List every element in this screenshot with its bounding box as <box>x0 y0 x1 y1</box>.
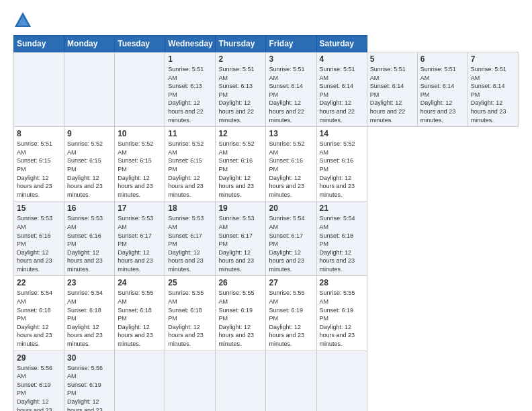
cell-day-number: 16 <box>67 203 112 213</box>
calendar-cell: 9Sunrise: 5:52 AMSunset: 6:15 PMDaylight… <box>64 127 115 201</box>
cell-day-number: 1 <box>168 54 212 64</box>
calendar-cell: 19Sunrise: 5:53 AMSunset: 6:17 PMDayligh… <box>216 201 266 276</box>
calendar-cell <box>115 351 165 411</box>
cell-day-number: 11 <box>168 129 212 138</box>
cell-info: Sunrise: 5:51 AMSunset: 6:14 PMDaylight:… <box>420 65 465 124</box>
col-header-friday: Friday <box>266 36 316 52</box>
calendar-cell <box>115 52 165 127</box>
cell-day-number: 12 <box>218 129 263 138</box>
cell-info: Sunrise: 5:54 AMSunset: 6:18 PMDaylight:… <box>320 214 364 273</box>
cell-info: Sunrise: 5:55 AMSunset: 6:19 PMDaylight:… <box>218 289 263 348</box>
calendar-week-row: 22Sunrise: 5:54 AMSunset: 6:18 PMDayligh… <box>14 276 519 351</box>
cell-info: Sunrise: 5:54 AMSunset: 6:18 PMDaylight:… <box>17 289 61 348</box>
calendar-cell <box>266 351 316 411</box>
calendar-week-row: 8Sunrise: 5:51 AMSunset: 6:15 PMDaylight… <box>14 127 519 201</box>
col-header-monday: Monday <box>64 36 115 52</box>
cell-day-number: 18 <box>168 203 212 213</box>
cell-day-number: 25 <box>168 278 212 287</box>
calendar-cell: 27Sunrise: 5:55 AMSunset: 6:19 PMDayligh… <box>266 276 316 351</box>
cell-day-number: 6 <box>420 54 465 64</box>
calendar-week-row: 1Sunrise: 5:51 AMSunset: 6:13 PMDaylight… <box>14 52 519 127</box>
cell-info: Sunrise: 5:53 AMSunset: 6:17 PMDaylight:… <box>218 214 263 273</box>
cell-info: Sunrise: 5:55 AMSunset: 6:18 PMDaylight:… <box>118 289 162 348</box>
col-header-thursday: Thursday <box>216 36 266 52</box>
cell-info: Sunrise: 5:52 AMSunset: 6:15 PMDaylight:… <box>118 140 162 199</box>
calendar-cell: 3Sunrise: 5:51 AMSunset: 6:14 PMDaylight… <box>266 52 316 127</box>
cell-day-number: 13 <box>269 129 313 138</box>
cell-info: Sunrise: 5:51 AMSunset: 6:14 PMDaylight:… <box>320 65 364 124</box>
calendar-week-row: 29Sunrise: 5:56 AMSunset: 6:19 PMDayligh… <box>14 351 519 411</box>
calendar-cell: 17Sunrise: 5:53 AMSunset: 6:17 PMDayligh… <box>115 201 165 276</box>
col-header-wednesday: Wednesday <box>165 36 216 52</box>
cell-info: Sunrise: 5:53 AMSunset: 6:16 PMDaylight:… <box>17 214 61 273</box>
calendar-cell: 8Sunrise: 5:51 AMSunset: 6:15 PMDaylight… <box>14 127 64 201</box>
calendar-cell: 30Sunrise: 5:56 AMSunset: 6:19 PMDayligh… <box>64 351 115 411</box>
cell-info: Sunrise: 5:51 AMSunset: 6:14 PMDaylight:… <box>269 65 313 124</box>
calendar-cell: 11Sunrise: 5:52 AMSunset: 6:15 PMDayligh… <box>165 127 216 201</box>
calendar-cell <box>216 351 266 411</box>
cell-day-number: 10 <box>118 129 162 138</box>
cell-day-number: 3 <box>269 54 313 64</box>
cell-info: Sunrise: 5:55 AMSunset: 6:18 PMDaylight:… <box>168 289 212 348</box>
calendar-cell: 15Sunrise: 5:53 AMSunset: 6:16 PMDayligh… <box>14 201 64 276</box>
calendar-cell: 22Sunrise: 5:54 AMSunset: 6:18 PMDayligh… <box>14 276 64 351</box>
cell-info: Sunrise: 5:55 AMSunset: 6:19 PMDaylight:… <box>320 289 364 348</box>
calendar-cell: 23Sunrise: 5:54 AMSunset: 6:18 PMDayligh… <box>64 276 115 351</box>
cell-day-number: 2 <box>218 54 263 64</box>
cell-day-number: 29 <box>17 353 61 363</box>
calendar-table: SundayMondayTuesdayWednesdayThursdayFrid… <box>13 35 519 411</box>
calendar-cell: 20Sunrise: 5:54 AMSunset: 6:17 PMDayligh… <box>266 201 316 276</box>
cell-day-number: 22 <box>17 278 61 287</box>
cell-info: Sunrise: 5:51 AMSunset: 6:15 PMDaylight:… <box>17 140 61 199</box>
cell-day-number: 30 <box>67 353 112 363</box>
calendar-cell: 6Sunrise: 5:51 AMSunset: 6:14 PMDaylight… <box>417 52 468 127</box>
calendar-cell: 10Sunrise: 5:52 AMSunset: 6:15 PMDayligh… <box>115 127 165 201</box>
calendar-cell: 21Sunrise: 5:54 AMSunset: 6:18 PMDayligh… <box>316 201 367 276</box>
calendar-cell: 7Sunrise: 5:51 AMSunset: 6:14 PMDaylight… <box>468 52 518 127</box>
cell-info: Sunrise: 5:52 AMSunset: 6:15 PMDaylight:… <box>168 140 212 199</box>
cell-day-number: 27 <box>269 278 313 287</box>
col-header-tuesday: Tuesday <box>115 36 165 52</box>
cell-day-number: 21 <box>320 203 364 213</box>
cell-day-number: 23 <box>67 278 112 287</box>
header <box>13 11 519 30</box>
cell-info: Sunrise: 5:56 AMSunset: 6:19 PMDaylight:… <box>67 364 112 411</box>
cell-day-number: 19 <box>218 203 263 213</box>
calendar-cell <box>64 52 115 127</box>
cell-day-number: 20 <box>269 203 313 213</box>
calendar-cell <box>14 52 64 127</box>
calendar-cell: 18Sunrise: 5:53 AMSunset: 6:17 PMDayligh… <box>165 201 216 276</box>
cell-info: Sunrise: 5:52 AMSunset: 6:16 PMDaylight:… <box>269 140 313 199</box>
calendar-cell: 5Sunrise: 5:51 AMSunset: 6:14 PMDaylight… <box>367 52 417 127</box>
cell-info: Sunrise: 5:52 AMSunset: 6:15 PMDaylight:… <box>67 140 112 199</box>
cell-day-number: 15 <box>17 203 61 213</box>
cell-day-number: 9 <box>67 129 112 138</box>
calendar-cell: 28Sunrise: 5:55 AMSunset: 6:19 PMDayligh… <box>316 276 367 351</box>
col-header-saturday: Saturday <box>316 36 367 52</box>
cell-info: Sunrise: 5:51 AMSunset: 6:14 PMDaylight:… <box>370 65 414 124</box>
cell-info: Sunrise: 5:54 AMSunset: 6:17 PMDaylight:… <box>269 214 313 273</box>
cell-info: Sunrise: 5:52 AMSunset: 6:16 PMDaylight:… <box>218 140 263 199</box>
cell-day-number: 28 <box>320 278 364 287</box>
calendar-cell: 24Sunrise: 5:55 AMSunset: 6:18 PMDayligh… <box>115 276 165 351</box>
calendar-cell <box>316 351 367 411</box>
cell-day-number: 24 <box>118 278 162 287</box>
calendar-cell: 2Sunrise: 5:51 AMSunset: 6:13 PMDaylight… <box>216 52 266 127</box>
calendar-cell <box>165 351 216 411</box>
cell-info: Sunrise: 5:51 AMSunset: 6:14 PMDaylight:… <box>471 65 515 124</box>
calendar-cell: 12Sunrise: 5:52 AMSunset: 6:16 PMDayligh… <box>216 127 266 201</box>
calendar-cell: 29Sunrise: 5:56 AMSunset: 6:19 PMDayligh… <box>14 351 64 411</box>
calendar-week-row: 15Sunrise: 5:53 AMSunset: 6:16 PMDayligh… <box>14 201 519 276</box>
calendar-cell: 14Sunrise: 5:52 AMSunset: 6:16 PMDayligh… <box>316 127 367 201</box>
cell-day-number: 5 <box>370 54 414 64</box>
cell-info: Sunrise: 5:51 AMSunset: 6:13 PMDaylight:… <box>168 65 212 124</box>
cell-info: Sunrise: 5:55 AMSunset: 6:19 PMDaylight:… <box>269 289 313 348</box>
cell-day-number: 4 <box>320 54 364 64</box>
cell-day-number: 17 <box>118 203 162 213</box>
cell-day-number: 14 <box>320 129 364 138</box>
calendar-cell: 16Sunrise: 5:53 AMSunset: 6:16 PMDayligh… <box>64 201 115 276</box>
col-header-sunday: Sunday <box>14 36 64 52</box>
calendar-cell: 4Sunrise: 5:51 AMSunset: 6:14 PMDaylight… <box>316 52 367 127</box>
calendar-cell: 1Sunrise: 5:51 AMSunset: 6:13 PMDaylight… <box>165 52 216 127</box>
cell-day-number: 8 <box>17 129 61 138</box>
